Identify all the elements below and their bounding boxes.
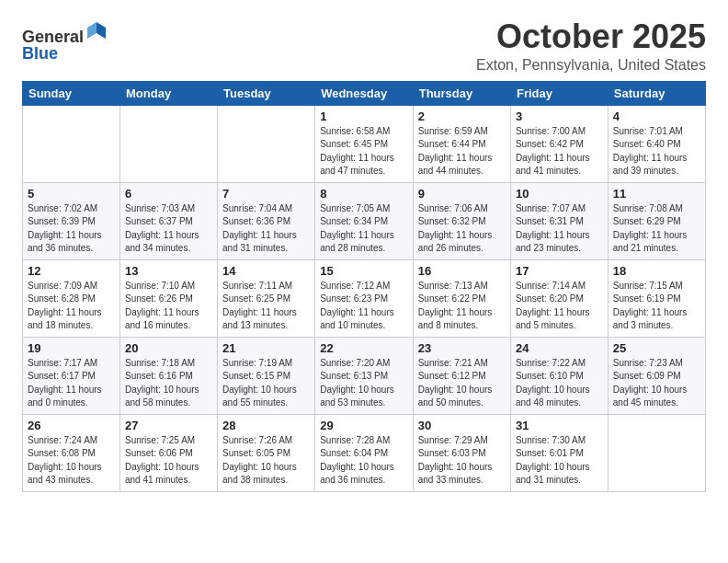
weekday-header-tuesday: Tuesday [218, 81, 315, 105]
calendar-cell: 13Sunrise: 7:10 AM Sunset: 6:26 PM Dayli… [120, 259, 218, 337]
day-number: 29 [320, 419, 408, 432]
day-info: Sunrise: 7:19 AM Sunset: 6:15 PM Dayligh… [222, 357, 310, 410]
weekday-header-sunday: Sunday [23, 81, 120, 105]
calendar-cell: 26Sunrise: 7:24 AM Sunset: 6:08 PM Dayli… [23, 414, 120, 491]
day-info: Sunrise: 7:18 AM Sunset: 6:16 PM Dayligh… [125, 357, 212, 410]
day-number: 1 [320, 109, 408, 123]
calendar-cell: 3Sunrise: 7:00 AM Sunset: 6:42 PM Daylig… [510, 105, 608, 182]
day-number: 27 [125, 419, 212, 432]
day-number: 8 [320, 187, 408, 201]
day-number: 10 [516, 187, 603, 201]
calendar-cell: 30Sunrise: 7:29 AM Sunset: 6:03 PM Dayli… [413, 414, 510, 491]
day-info: Sunrise: 7:25 AM Sunset: 6:06 PM Dayligh… [125, 434, 212, 488]
day-number: 12 [28, 264, 115, 278]
calendar-cell: 18Sunrise: 7:15 AM Sunset: 6:19 PM Dayli… [608, 259, 705, 337]
calendar-cell: 16Sunrise: 7:13 AM Sunset: 6:22 PM Dayli… [413, 259, 510, 337]
calendar-cell: 24Sunrise: 7:22 AM Sunset: 6:10 PM Dayli… [510, 337, 608, 414]
day-info: Sunrise: 7:17 AM Sunset: 6:17 PM Dayligh… [28, 357, 115, 410]
day-info: Sunrise: 7:20 AM Sunset: 6:13 PM Dayligh… [320, 357, 408, 410]
day-number: 23 [418, 341, 506, 355]
calendar-cell: 17Sunrise: 7:14 AM Sunset: 6:20 PM Dayli… [510, 259, 608, 337]
day-info: Sunrise: 6:58 AM Sunset: 6:45 PM Dayligh… [320, 125, 408, 178]
day-info: Sunrise: 7:12 AM Sunset: 6:23 PM Dayligh… [320, 280, 408, 333]
calendar-cell: 2Sunrise: 6:59 AM Sunset: 6:44 PM Daylig… [413, 105, 510, 182]
calendar-cell: 25Sunrise: 7:23 AM Sunset: 6:09 PM Dayli… [608, 337, 705, 414]
day-number: 28 [222, 419, 310, 432]
day-info: Sunrise: 7:23 AM Sunset: 6:09 PM Dayligh… [613, 357, 700, 410]
day-number: 19 [28, 341, 115, 355]
weekday-header-saturday: Saturday [608, 81, 705, 105]
logo-text: General [22, 22, 108, 47]
day-info: Sunrise: 7:04 AM Sunset: 6:36 PM Dayligh… [222, 202, 310, 256]
day-info: Sunrise: 7:29 AM Sunset: 6:03 PM Dayligh… [418, 434, 506, 488]
calendar-cell: 8Sunrise: 7:05 AM Sunset: 6:34 PM Daylig… [315, 182, 414, 259]
calendar-cell: 5Sunrise: 7:02 AM Sunset: 6:39 PM Daylig… [23, 182, 120, 259]
calendar-cell: 29Sunrise: 7:28 AM Sunset: 6:04 PM Dayli… [315, 414, 414, 491]
weekday-header-wednesday: Wednesday [315, 81, 414, 105]
day-number: 30 [418, 419, 506, 432]
calendar-cell [23, 105, 120, 182]
weekday-header-row: SundayMondayTuesdayWednesdayThursdayFrid… [23, 81, 706, 105]
day-number: 6 [125, 187, 212, 201]
calendar-cell [218, 105, 315, 182]
calendar-cell: 6Sunrise: 7:03 AM Sunset: 6:37 PM Daylig… [120, 182, 218, 259]
calendar-cell: 9Sunrise: 7:06 AM Sunset: 6:32 PM Daylig… [413, 182, 510, 259]
day-info: Sunrise: 7:24 AM Sunset: 6:08 PM Dayligh… [28, 434, 115, 488]
day-number: 18 [613, 264, 700, 278]
day-info: Sunrise: 7:30 AM Sunset: 6:01 PM Dayligh… [516, 434, 603, 488]
day-number: 26 [28, 419, 115, 432]
day-info: Sunrise: 7:05 AM Sunset: 6:34 PM Dayligh… [320, 202, 408, 256]
location: Exton, Pennsylvania, United States [476, 57, 706, 74]
logo-blue-label: Blue [22, 44, 58, 63]
calendar-cell [120, 105, 218, 182]
day-number: 3 [516, 109, 603, 123]
calendar-table: SundayMondayTuesdayWednesdayThursdayFrid… [22, 81, 706, 492]
day-info: Sunrise: 7:00 AM Sunset: 6:42 PM Dayligh… [516, 125, 603, 178]
svg-marker-0 [97, 22, 106, 39]
title-area: October 2025 Exton, Pennsylvania, United… [476, 18, 706, 74]
day-info: Sunrise: 7:01 AM Sunset: 6:40 PM Dayligh… [613, 125, 700, 178]
day-info: Sunrise: 7:15 AM Sunset: 6:19 PM Dayligh… [613, 280, 700, 333]
calendar-cell: 22Sunrise: 7:20 AM Sunset: 6:13 PM Dayli… [315, 337, 414, 414]
day-info: Sunrise: 6:59 AM Sunset: 6:44 PM Dayligh… [418, 125, 506, 178]
day-number: 31 [516, 419, 603, 432]
day-number: 20 [125, 341, 212, 355]
calendar-cell: 11Sunrise: 7:08 AM Sunset: 6:29 PM Dayli… [608, 182, 705, 259]
week-row-2: 5Sunrise: 7:02 AM Sunset: 6:39 PM Daylig… [23, 182, 706, 259]
weekday-header-monday: Monday [120, 81, 218, 105]
day-info: Sunrise: 7:22 AM Sunset: 6:10 PM Dayligh… [516, 357, 603, 410]
calendar-cell: 31Sunrise: 7:30 AM Sunset: 6:01 PM Dayli… [510, 414, 608, 491]
weekday-header-friday: Friday [510, 81, 608, 105]
day-number: 22 [320, 341, 408, 355]
day-info: Sunrise: 7:02 AM Sunset: 6:39 PM Dayligh… [28, 202, 115, 256]
week-row-5: 26Sunrise: 7:24 AM Sunset: 6:08 PM Dayli… [23, 414, 706, 491]
day-info: Sunrise: 7:26 AM Sunset: 6:05 PM Dayligh… [222, 434, 310, 488]
page-header: General Blue October 2025 Exton, Pennsyl… [22, 18, 706, 74]
day-info: Sunrise: 7:07 AM Sunset: 6:31 PM Dayligh… [516, 202, 603, 256]
day-info: Sunrise: 7:14 AM Sunset: 6:20 PM Dayligh… [516, 280, 603, 333]
calendar-cell: 20Sunrise: 7:18 AM Sunset: 6:16 PM Dayli… [120, 337, 218, 414]
logo: General Blue [22, 22, 108, 63]
calendar-cell: 12Sunrise: 7:09 AM Sunset: 6:28 PM Dayli… [23, 259, 120, 337]
month-title: October 2025 [476, 18, 706, 55]
day-number: 17 [516, 264, 603, 278]
day-number: 5 [28, 187, 115, 201]
calendar-cell: 14Sunrise: 7:11 AM Sunset: 6:25 PM Dayli… [218, 259, 315, 337]
calendar-cell: 4Sunrise: 7:01 AM Sunset: 6:40 PM Daylig… [608, 105, 705, 182]
logo-icon [85, 20, 108, 42]
day-number: 2 [418, 109, 506, 123]
calendar-cell: 23Sunrise: 7:21 AM Sunset: 6:12 PM Dayli… [413, 337, 510, 414]
day-info: Sunrise: 7:21 AM Sunset: 6:12 PM Dayligh… [418, 357, 506, 410]
day-number: 4 [613, 109, 700, 123]
day-info: Sunrise: 7:06 AM Sunset: 6:32 PM Dayligh… [418, 202, 506, 256]
calendar-cell: 10Sunrise: 7:07 AM Sunset: 6:31 PM Dayli… [510, 182, 608, 259]
day-info: Sunrise: 7:08 AM Sunset: 6:29 PM Dayligh… [613, 202, 700, 256]
day-info: Sunrise: 7:10 AM Sunset: 6:26 PM Dayligh… [125, 280, 212, 333]
calendar-cell: 15Sunrise: 7:12 AM Sunset: 6:23 PM Dayli… [315, 259, 414, 337]
logo-blue-text: Blue [22, 45, 108, 63]
day-info: Sunrise: 7:11 AM Sunset: 6:25 PM Dayligh… [222, 280, 310, 333]
calendar-cell: 28Sunrise: 7:26 AM Sunset: 6:05 PM Dayli… [218, 414, 315, 491]
calendar-cell: 19Sunrise: 7:17 AM Sunset: 6:17 PM Dayli… [23, 337, 120, 414]
day-info: Sunrise: 7:09 AM Sunset: 6:28 PM Dayligh… [28, 280, 115, 333]
week-row-4: 19Sunrise: 7:17 AM Sunset: 6:17 PM Dayli… [23, 337, 706, 414]
